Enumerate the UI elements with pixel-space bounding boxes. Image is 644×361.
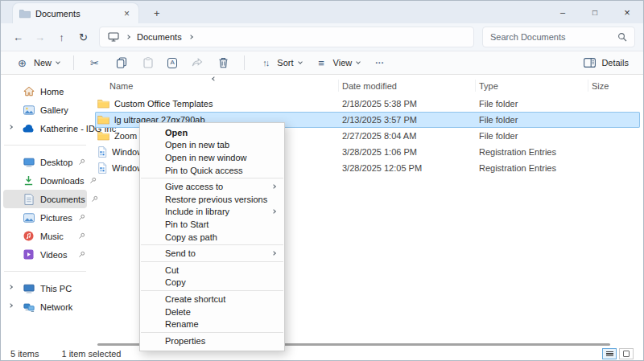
sidebar-item-label: Home (40, 87, 64, 96)
view-label: View (333, 58, 353, 68)
view-button[interactable]: ≡ View (308, 53, 367, 72)
sidebar-item-documents[interactable]: Documents (3, 190, 87, 208)
menu-item-give-access-to[interactable]: Give access to (140, 180, 284, 193)
sidebar-item-this-pc[interactable]: This PC (3, 279, 87, 297)
menu-item-copy-as-path[interactable]: Copy as path (140, 231, 284, 244)
forward-button[interactable]: → (29, 27, 51, 47)
sidebar-item-downloads[interactable]: Downloads (3, 171, 87, 190)
menu-item-delete[interactable]: Delete (140, 306, 284, 318)
search-box[interactable] (482, 27, 635, 47)
navigation-pane: Home Gallery Katherine - IDG Inc (1, 75, 89, 349)
menu-item-pin-to-start[interactable]: Pin to Start (140, 218, 284, 231)
menu-item-send-to[interactable]: Send to (140, 247, 284, 260)
column-header-type[interactable]: Type (476, 80, 588, 92)
new-tab-button[interactable]: + (149, 7, 165, 19)
share-icon (190, 58, 204, 68)
sidebar-item-home[interactable]: Home (3, 82, 87, 101)
delete-button[interactable] (210, 53, 237, 72)
address-bar: ← → ↑ ↻ Documents (1, 23, 643, 51)
folder-icon (97, 115, 109, 125)
cut-button[interactable]: ✂ (81, 53, 108, 72)
documents-icon (23, 194, 35, 205)
menu-item-rename[interactable]: Rename (140, 318, 284, 330)
menu-item-open-in-new-window[interactable]: Open in new window (140, 151, 284, 164)
view-toggles (602, 348, 634, 359)
pictures-icon (23, 213, 35, 223)
file-date: 2/18/2025 5:38 PM (339, 99, 476, 109)
registry-file-icon (97, 162, 107, 174)
pin-icon (78, 232, 85, 240)
chevron-right-icon[interactable] (188, 35, 193, 39)
menu-item-restore-previous-versions[interactable]: Restore previous versions (140, 193, 284, 206)
menu-item-open[interactable]: Open (140, 126, 284, 139)
tab-close-icon[interactable]: × (122, 8, 132, 19)
sidebar-item-gallery[interactable]: Gallery (3, 101, 87, 119)
tab-folder-icon (19, 9, 31, 18)
breadcrumb[interactable]: Documents (99, 27, 474, 47)
sidebar-item-videos[interactable]: Videos (3, 245, 87, 264)
network-icon (23, 302, 35, 312)
copy-button[interactable] (108, 53, 134, 72)
menu-item-create-shortcut[interactable]: Create shortcut (140, 293, 284, 306)
column-header-name[interactable]: Name (95, 80, 339, 92)
close-button[interactable]: × (611, 1, 643, 23)
sidebar-item-music[interactable]: Music (3, 227, 87, 245)
file-name: Zoom (114, 131, 137, 141)
details-view-button[interactable] (602, 348, 617, 359)
sidebar-item-network[interactable]: Network (3, 297, 87, 316)
menu-item-properties[interactable]: Properties (140, 334, 284, 347)
maximize-button[interactable]: □ (579, 1, 611, 23)
tab-documents[interactable]: Documents × (12, 2, 139, 23)
toolbar-divider (73, 55, 74, 70)
details-view-icon (606, 350, 613, 357)
menu-item-cut[interactable]: Cut (140, 264, 284, 277)
breadcrumb-location[interactable]: Documents (137, 32, 182, 42)
expand-chevron-icon[interactable] (8, 125, 13, 129)
back-button[interactable]: ← (7, 27, 29, 47)
file-type: File folder (476, 99, 588, 109)
menu-item-open-in-new-tab[interactable]: Open in new tab (140, 139, 284, 152)
file-type: Registration Entries (476, 147, 588, 157)
file-date: 2/27/2025 8:04 AM (339, 131, 476, 141)
menu-item-include-in-library[interactable]: Include in library (140, 206, 284, 219)
menu-divider (141, 332, 283, 333)
sidebar-item-onedrive[interactable]: Katherine - IDG Inc (3, 119, 87, 137)
share-button[interactable] (184, 53, 210, 72)
gallery-icon (23, 105, 35, 115)
minimize-button[interactable]: – (547, 1, 579, 23)
up-button[interactable]: ↑ (51, 27, 72, 47)
search-input[interactable] (490, 32, 617, 42)
this-pc-icon (108, 32, 119, 42)
toolbar-divider (244, 55, 245, 70)
refresh-button[interactable]: ↻ (72, 27, 94, 47)
folder-icon (97, 99, 109, 109)
paste-button[interactable] (134, 53, 161, 72)
expand-chevron-icon[interactable] (8, 285, 13, 289)
sidebar-item-pictures[interactable]: Pictures (3, 208, 87, 227)
sidebar-item-desktop[interactable]: Desktop (3, 153, 87, 171)
column-header-size[interactable]: Size (588, 80, 635, 92)
column-header-date-modified[interactable]: Date modified (339, 80, 476, 92)
sidebar-item-label: Desktop (40, 158, 72, 167)
home-icon (23, 86, 35, 96)
menu-divider (141, 178, 283, 178)
menu-item-pin-to-quick-access[interactable]: Pin to Quick access (140, 164, 284, 177)
new-button[interactable]: ⊕ New (9, 53, 66, 72)
details-pane-button[interactable]: Details (576, 53, 635, 72)
details-pane-icon (583, 58, 597, 68)
sidebar-divider (4, 145, 86, 146)
menu-divider (141, 244, 283, 245)
file-row[interactable]: Custom Office Templates 2/18/2025 5:38 P… (95, 96, 640, 112)
more-options-button[interactable]: ··· (366, 53, 393, 72)
sort-icon: ↑↓ (258, 58, 272, 68)
menu-item-copy[interactable]: Copy (140, 277, 284, 289)
rename-button[interactable]: A (161, 53, 184, 72)
large-icons-view-button[interactable] (619, 348, 634, 359)
submenu-chevron-icon (271, 251, 276, 256)
sort-button[interactable]: ↑↓ Sort (252, 53, 308, 72)
search-icon (617, 32, 627, 42)
chevron-right-icon (126, 35, 130, 39)
chevron-down-icon (298, 59, 303, 64)
expand-chevron-icon[interactable] (8, 303, 13, 308)
sidebar-item-label: Gallery (40, 105, 68, 115)
